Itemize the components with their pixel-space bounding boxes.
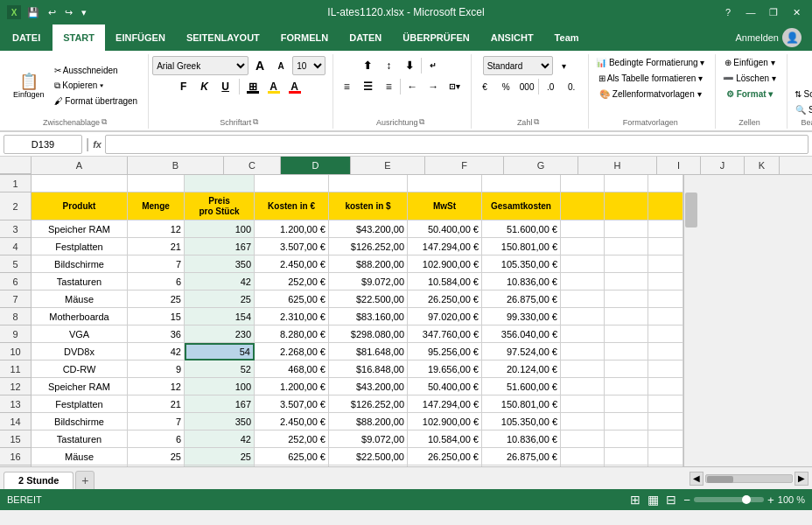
cell[interactable]	[648, 343, 683, 360]
cell[interactable]: Tastaturen	[32, 430, 128, 448]
cell[interactable]: 25	[128, 448, 185, 466]
row-header[interactable]: 13	[0, 396, 31, 413]
cell[interactable]: 105.350,00 €	[482, 256, 561, 273]
cell[interactable]: $126.252,00	[329, 396, 408, 413]
row-header[interactable]: 16	[0, 448, 31, 466]
cell[interactable]	[605, 343, 648, 360]
col-header-i[interactable]: I	[657, 157, 701, 174]
cell[interactable]	[605, 192, 648, 220]
cell[interactable]	[605, 413, 648, 430]
font-grow-btn[interactable]: A	[250, 56, 270, 75]
tab-formeln[interactable]: FORMELN	[270, 24, 339, 51]
v-scrollbar-thumb[interactable]	[685, 192, 697, 228]
cell[interactable]: 230	[185, 326, 255, 343]
paste-btn[interactable]: 📋 Einfügen	[9, 71, 49, 102]
table-format-btn[interactable]: ⊞ Als Tabelle formatieren ▾	[595, 72, 707, 85]
row-header[interactable]: 8	[0, 308, 31, 326]
cell[interactable]: 468,00 €	[255, 360, 329, 378]
indent-inc-btn[interactable]: →	[424, 77, 443, 96]
thousands-btn[interactable]: 000	[517, 77, 536, 96]
cell[interactable]: 15	[128, 308, 185, 326]
quick-save-btn[interactable]: 💾	[24, 5, 42, 20]
quick-undo-btn[interactable]: ↩	[46, 5, 59, 20]
cell[interactable]: 9	[128, 360, 185, 378]
dec-inc-btn[interactable]: .0	[541, 77, 560, 96]
border-btn[interactable]: ⊞	[243, 77, 262, 96]
find-btn[interactable]: 🔍 Suchen ▾	[792, 103, 812, 116]
cell[interactable]: $16.848,00	[329, 360, 408, 378]
col-header-c[interactable]: C	[224, 157, 281, 174]
cell[interactable]: $22.500,00	[329, 448, 408, 466]
cell[interactable]	[561, 448, 605, 466]
align-right-btn[interactable]: ≡	[379, 77, 398, 96]
cell[interactable]	[561, 343, 605, 360]
align-expand-icon[interactable]: ⧉	[419, 117, 424, 127]
font-size-select[interactable]: 10	[292, 56, 326, 75]
cell[interactable]	[605, 326, 648, 343]
delete-cells-btn[interactable]: ➖ Löschen ▾	[719, 72, 779, 85]
quick-redo-btn[interactable]: ↪	[62, 5, 75, 20]
number-format-select[interactable]: Standard	[483, 56, 553, 75]
cell[interactable]: $22.500,00	[329, 290, 408, 308]
page-break-btn[interactable]: ⊟	[666, 493, 676, 507]
tab-start[interactable]: START	[52, 24, 105, 51]
font-color-btn[interactable]: A	[285, 77, 304, 96]
cell[interactable]: 25	[128, 290, 185, 308]
cell[interactable]	[648, 308, 683, 326]
cell[interactable]: 147.294,00 €	[408, 238, 482, 256]
cell[interactable]: Festplatten	[32, 238, 128, 256]
cell[interactable]: $9.072,00	[329, 273, 408, 290]
font-expand-icon[interactable]: ⧉	[253, 117, 258, 127]
cell[interactable]: kosten in $	[329, 192, 408, 220]
cell[interactable]: Bildschirme	[32, 413, 128, 430]
copy-btn[interactable]: ⧉ Kopieren ▾	[51, 79, 142, 93]
cell[interactable]: 10.584,00 €	[408, 273, 482, 290]
cell[interactable]: Speicher RAM	[32, 220, 128, 238]
cell[interactable]: 7	[128, 256, 185, 273]
cell[interactable]	[605, 220, 648, 238]
cell[interactable]: $126.252,00	[329, 238, 408, 256]
cell[interactable]	[648, 378, 683, 396]
close-btn[interactable]: ✕	[788, 4, 805, 21]
tab-seitenlayout[interactable]: SEITENLAYOUT	[176, 24, 270, 51]
cell[interactable]	[648, 290, 683, 308]
cell[interactable]: 150.801,00 €	[482, 238, 561, 256]
cell[interactable]	[648, 273, 683, 290]
cell[interactable]	[185, 175, 255, 192]
help-btn[interactable]: ?	[719, 4, 737, 21]
cell[interactable]	[605, 290, 648, 308]
cell[interactable]: 100	[185, 220, 255, 238]
row-header[interactable]: 3	[0, 220, 31, 238]
format-cells-btn[interactable]: ⚙ Format ▾	[723, 88, 776, 101]
fill-color-btn[interactable]: A	[264, 77, 284, 96]
cell[interactable]	[605, 238, 648, 256]
cell[interactable]: DVD8x	[32, 343, 128, 360]
cell[interactable]: 252,00 €	[255, 273, 329, 290]
row-header[interactable]: 12	[0, 378, 31, 396]
cell[interactable]	[561, 220, 605, 238]
cell[interactable]: 102.900,00 €	[408, 256, 482, 273]
row-header[interactable]: 15	[0, 430, 31, 448]
col-header-d[interactable]: D	[281, 157, 351, 174]
cell[interactable]: $88.200,00	[329, 256, 408, 273]
clipboard-expand-icon[interactable]: ⧉	[102, 117, 107, 127]
cell[interactable]: 36	[128, 326, 185, 343]
conditional-format-btn[interactable]: 📊 Bedingte Formatierung ▾	[592, 56, 708, 69]
format-paint-btn[interactable]: 🖌 Format übertragen	[51, 94, 142, 108]
cell[interactable]	[648, 220, 683, 238]
cell[interactable]: 20.124,00 €	[482, 360, 561, 378]
page-layout-btn[interactable]: ▦	[648, 493, 659, 507]
cell[interactable]: 26.875,00 €	[482, 290, 561, 308]
align-left-btn[interactable]: ≡	[337, 77, 356, 96]
cell[interactable]: $88.200,00	[329, 413, 408, 430]
v-scrollbar[interactable]	[683, 175, 697, 466]
bold-btn[interactable]: F	[174, 77, 193, 96]
cut-btn[interactable]: ✂ Ausschneiden	[51, 64, 142, 77]
cell[interactable]	[648, 448, 683, 466]
cell[interactable]: 26.250,00 €	[408, 448, 482, 466]
cell[interactable]: 10.584,00 €	[408, 430, 482, 448]
row-header[interactable]: 11	[0, 360, 31, 378]
tab-daten[interactable]: DATEN	[339, 24, 392, 51]
cell[interactable]	[255, 175, 329, 192]
h-scrollbar[interactable]	[705, 474, 793, 483]
